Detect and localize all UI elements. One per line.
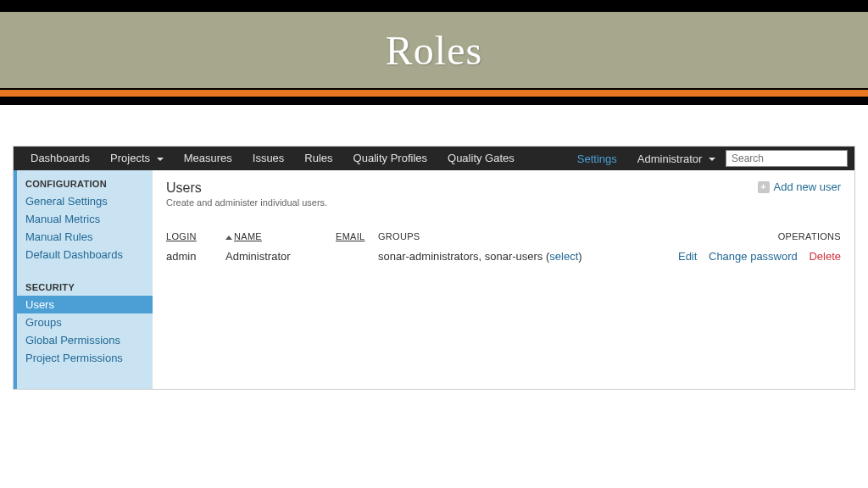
nav-issues[interactable]: Issues bbox=[242, 147, 295, 170]
nav-quality-gates[interactable]: Quality Gates bbox=[437, 147, 525, 170]
sidebar-item-manual-rules[interactable]: Manual Rules bbox=[17, 228, 153, 246]
cell-operations: Edit Change password Delete bbox=[630, 248, 841, 264]
plus-icon: + bbox=[758, 181, 770, 193]
col-email[interactable]: EMAIL bbox=[336, 231, 378, 248]
users-table: LOGIN NAME EMAIL GROUPS OPERATIONS admin bbox=[166, 231, 841, 264]
table-row: admin Administrator sonar-administrators… bbox=[166, 248, 841, 264]
col-login[interactable]: LOGIN bbox=[166, 231, 225, 248]
nav-measures[interactable]: Measures bbox=[174, 147, 242, 170]
sidebar-item-groups[interactable]: Groups bbox=[17, 313, 153, 331]
nav-rules[interactable]: Rules bbox=[294, 147, 342, 170]
nav-projects-label: Projects bbox=[110, 152, 150, 164]
edit-user-link[interactable]: Edit bbox=[678, 250, 697, 263]
sidebar-section-security: SECURITY bbox=[17, 274, 153, 296]
sidebar-item-manual-metrics[interactable]: Manual Metrics bbox=[17, 210, 153, 228]
cell-email bbox=[336, 248, 378, 264]
slide-title: Roles bbox=[386, 27, 482, 74]
main-content: Users Create and administer individual u… bbox=[153, 170, 854, 389]
sidebar-item-default-dashboards[interactable]: Default Dashboards bbox=[17, 246, 153, 263]
nav-dashboards[interactable]: Dashboards bbox=[20, 147, 100, 170]
add-user-button[interactable]: + Add new user bbox=[758, 180, 842, 193]
page-title: Users bbox=[166, 180, 327, 196]
nav-user-menu[interactable]: Administrator bbox=[627, 152, 726, 165]
col-groups: GROUPS bbox=[378, 231, 630, 248]
change-password-link[interactable]: Change password bbox=[709, 250, 798, 263]
nav-quality-profiles[interactable]: Quality Profiles bbox=[343, 147, 437, 170]
chevron-down-icon bbox=[157, 158, 164, 161]
sidebar-item-general-settings[interactable]: General Settings bbox=[17, 192, 153, 210]
sidebar-item-users[interactable]: Users bbox=[17, 296, 153, 313]
nav-user-label: Administrator bbox=[637, 152, 703, 165]
cell-name: Administrator bbox=[225, 248, 336, 264]
nav-projects[interactable]: Projects bbox=[100, 147, 174, 170]
search-input[interactable] bbox=[726, 150, 848, 167]
sort-asc-icon bbox=[225, 236, 232, 240]
cell-groups: sonar-administrators, sonar-users (selec… bbox=[378, 248, 630, 264]
slide-title-bar: Roles bbox=[0, 12, 868, 88]
col-operations: OPERATIONS bbox=[630, 231, 841, 248]
sidebar-section-configuration: CONFIGURATION bbox=[17, 170, 153, 192]
top-nav: Dashboards Projects Measures Issues Rule… bbox=[14, 147, 854, 170]
select-groups-link[interactable]: select bbox=[549, 250, 578, 263]
slide-accent-bar bbox=[0, 88, 868, 97]
delete-user-link[interactable]: Delete bbox=[809, 250, 841, 263]
page-subtitle: Create and administer individual users. bbox=[166, 197, 327, 208]
app-window: Dashboards Projects Measures Issues Rule… bbox=[13, 146, 855, 390]
col-name[interactable]: NAME bbox=[225, 231, 336, 248]
sidebar-item-project-permissions[interactable]: Project Permissions bbox=[17, 349, 153, 367]
sidebar-item-global-permissions[interactable]: Global Permissions bbox=[17, 331, 153, 349]
sidebar: CONFIGURATION General Settings Manual Me… bbox=[14, 170, 153, 389]
nav-settings[interactable]: Settings bbox=[567, 152, 627, 165]
chevron-down-icon bbox=[709, 158, 715, 161]
cell-login: admin bbox=[166, 248, 225, 264]
add-user-label: Add new user bbox=[774, 180, 842, 193]
